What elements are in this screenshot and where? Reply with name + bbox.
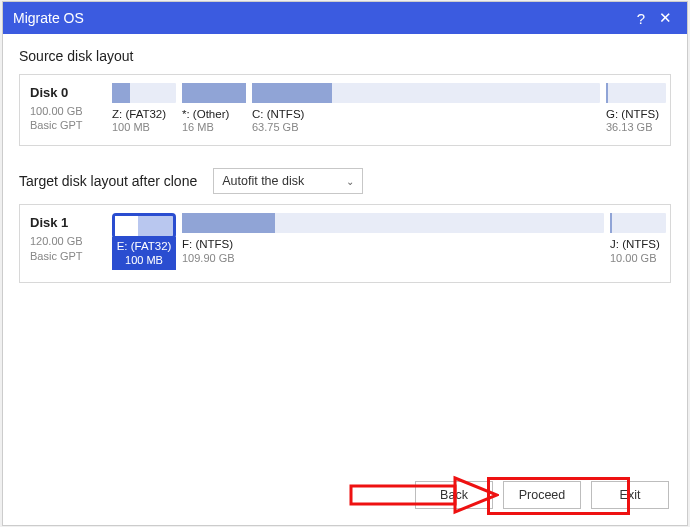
help-icon[interactable]: ?	[629, 10, 653, 27]
disk-style: Basic GPT	[30, 249, 104, 263]
target-partitions: E: (FAT32) 100 MB F: (NTFS) 109.90 GB J:…	[112, 213, 666, 269]
disk-name: Disk 1	[30, 215, 104, 230]
partition[interactable]: F: (NTFS) 109.90 GB	[182, 213, 604, 263]
chevron-down-icon: ⌄	[346, 176, 354, 187]
exit-button[interactable]: Exit	[591, 481, 669, 509]
target-layout-label: Target disk layout after clone	[19, 173, 197, 189]
disk-size: 120.00 GB	[30, 234, 104, 248]
footer: Back Proceed Exit	[3, 471, 687, 525]
titlebar: Migrate OS ? ✕	[3, 2, 687, 34]
proceed-button[interactable]: Proceed	[503, 481, 581, 509]
disk-style: Basic GPT	[30, 118, 104, 132]
partition[interactable]: Z: (FAT32) 100 MB	[112, 83, 176, 133]
close-icon[interactable]: ✕	[653, 9, 677, 27]
source-layout-label: Source disk layout	[19, 48, 671, 64]
partition[interactable]: G: (NTFS) 36.13 GB	[606, 83, 666, 133]
target-disk-info: Disk 1 120.00 GB Basic GPT	[30, 213, 104, 263]
partition[interactable]: J: (NTFS) 10.00 GB	[610, 213, 666, 263]
disk-name: Disk 0	[30, 85, 104, 100]
partition[interactable]: C: (NTFS) 63.75 GB	[252, 83, 600, 133]
fit-mode-dropdown[interactable]: Autofit the disk ⌄	[213, 168, 363, 194]
source-disk-box: Disk 0 100.00 GB Basic GPT Z: (FAT32) 10…	[19, 74, 671, 146]
disk-size: 100.00 GB	[30, 104, 104, 118]
source-disk-info: Disk 0 100.00 GB Basic GPT	[30, 83, 104, 133]
source-partitions: Z: (FAT32) 100 MB *: (Other) 16 MB C: (N…	[112, 83, 666, 133]
content-area: Source disk layout Disk 0 100.00 GB Basi…	[3, 34, 687, 471]
dropdown-value: Autofit the disk	[222, 174, 304, 188]
partition-selected[interactable]: E: (FAT32) 100 MB	[112, 213, 176, 269]
partition[interactable]: *: (Other) 16 MB	[182, 83, 246, 133]
back-button[interactable]: Back	[415, 481, 493, 509]
target-disk-box: Disk 1 120.00 GB Basic GPT E: (FAT32) 10…	[19, 204, 671, 282]
window-title: Migrate OS	[13, 10, 84, 26]
migrate-os-dialog: Migrate OS ? ✕ Source disk layout Disk 0…	[2, 1, 688, 526]
